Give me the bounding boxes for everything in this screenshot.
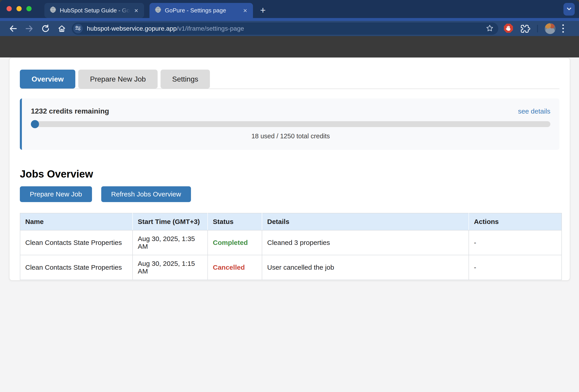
job-start-time-cell: Aug 30, 2025, 1:15 AM [133,255,208,280]
credits-panel: 1232 credits remaining see details 18 us… [20,99,559,150]
browser-menu-button[interactable] [562,24,564,33]
new-tab-button[interactable]: + [257,4,269,16]
table-header-row: Name Start Time (GMT+3) Status Details A… [20,213,562,230]
page-content: Overview Prepare New Job Settings 1232 c… [0,57,579,392]
zoom-window-button[interactable] [26,6,32,11]
tune-icon [75,25,81,32]
job-details-cell: User cancelled the job [262,255,469,280]
extensions-puzzle-icon[interactable] [520,23,530,34]
tab-overview[interactable]: Overview [20,70,75,89]
table-row: Clean Contacts State Properties Aug 30, … [20,230,562,255]
tab-settings[interactable]: Settings [160,70,210,89]
tab-prepare-new-job[interactable]: Prepare New Job [78,70,157,89]
job-actions-cell: - [469,230,562,255]
profile-avatar[interactable] [545,23,556,34]
jobs-buttons-row: Prepare New Job Refresh Jobs Overview [20,186,559,202]
job-name-cell: Clean Contacts State Properties [20,230,133,255]
bookmark-star-icon[interactable] [486,24,494,33]
job-status-cell: Cancelled [208,255,262,280]
column-header-name: Name [20,213,133,230]
globe-favicon-icon [49,6,57,15]
url-text: hubspot-webservice.gopure.app/v1/iframe/… [87,25,486,32]
tab-title: HubSpot Setup Guide - GoPu [60,7,130,14]
browser-tab-strip: HubSpot Setup Guide - GoPu × GoPure - Se… [0,0,579,18]
toolbar-divider [537,25,538,32]
column-header-actions: Actions [469,213,562,230]
url-path: /v1/iframe/settings-page [177,25,244,32]
globe-favicon-icon [154,6,162,15]
job-start-time-cell: Aug 30, 2025, 1:35 AM [133,230,208,255]
jobs-overview-heading: Jobs Overview [20,168,559,180]
table-row: Clean Contacts State Properties Aug 30, … [20,255,562,280]
close-tab-icon[interactable]: × [133,7,139,14]
tabstrip-accent-strip [0,18,579,21]
home-button[interactable] [54,22,70,35]
page-tabs: Overview Prepare New Job Settings [20,70,559,89]
credits-progress-bar [31,121,550,127]
column-header-start-time: Start Time (GMT+3) [133,213,208,230]
reload-button[interactable] [37,22,54,35]
chevron-down-icon [565,5,573,13]
tab-search-chevron-button[interactable] [564,3,575,15]
job-name-cell: Clean Contacts State Properties [20,255,133,280]
back-button[interactable] [5,22,21,35]
browser-window: HubSpot Setup Guide - GoPu × GoPure - Se… [0,0,579,392]
browser-tab-hubspot-setup-guide[interactable]: HubSpot Setup Guide - GoPu × [44,3,144,18]
browser-toolbar: hubspot-webservice.gopure.app/v1/iframe/… [0,21,579,36]
see-details-link[interactable]: see details [518,108,550,115]
forward-button[interactable] [21,22,37,35]
adblock-extension-icon[interactable] [503,23,514,34]
minimize-window-button[interactable] [16,6,22,11]
url-host: hubspot-webservice.gopure.app [87,25,177,32]
close-window-button[interactable] [6,6,12,11]
credits-usage-caption: 18 used / 1250 total credits [31,132,550,140]
window-controls [6,6,32,11]
job-status-cell: Completed [208,230,262,255]
credits-progress-fill [31,120,39,128]
jobs-table: Name Start Time (GMT+3) Status Details A… [20,213,562,280]
address-bar[interactable]: hubspot-webservice.gopure.app/v1/iframe/… [72,23,498,35]
settings-card: Overview Prepare New Job Settings 1232 c… [9,57,570,281]
job-details-cell: Cleaned 3 properties [262,230,469,255]
tabs-divider [20,89,559,89]
browser-tab-gopure-settings[interactable]: GoPure - Settings page × [149,3,253,18]
tab-title: GoPure - Settings page [165,7,239,14]
close-tab-icon[interactable]: × [242,7,248,14]
column-header-status: Status [208,213,262,230]
site-information-button[interactable] [73,24,83,33]
refresh-jobs-overview-button[interactable]: Refresh Jobs Overview [101,186,191,202]
job-actions-cell: - [469,255,562,280]
column-header-details: Details [262,213,469,230]
credits-remaining-title: 1232 credits remaining [31,107,109,115]
prepare-new-job-button[interactable]: Prepare New Job [20,186,92,202]
toolbar-right-icons [503,23,564,34]
